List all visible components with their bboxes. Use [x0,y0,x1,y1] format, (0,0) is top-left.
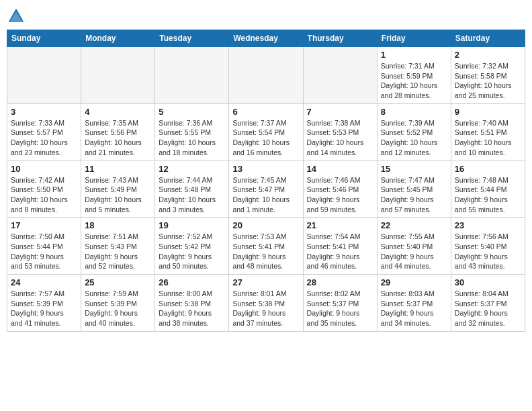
day-info: Sunrise: 7:57 AM Sunset: 5:39 PM Dayligh… [11,289,77,328]
calendar-cell: 12Sunrise: 7:44 AM Sunset: 5:48 PM Dayli… [155,161,229,218]
calendar-cell: 25Sunrise: 7:59 AM Sunset: 5:39 PM Dayli… [81,275,155,332]
calendar-cell: 24Sunrise: 7:57 AM Sunset: 5:39 PM Dayli… [7,275,81,332]
day-info: Sunrise: 7:43 AM Sunset: 5:49 PM Dayligh… [85,175,151,215]
day-info: Sunrise: 7:50 AM Sunset: 5:44 PM Dayligh… [11,232,77,271]
day-number: 23 [455,220,521,230]
calendar-cell: 18Sunrise: 7:51 AM Sunset: 5:43 PM Dayli… [81,218,155,275]
day-info: Sunrise: 7:38 AM Sunset: 5:53 PM Dayligh… [307,118,373,158]
calendar-cell: 23Sunrise: 7:56 AM Sunset: 5:40 PM Dayli… [451,218,525,275]
calendar-cell [155,47,229,104]
calendar-cell: 6Sunrise: 7:37 AM Sunset: 5:54 PM Daylig… [229,103,303,161]
calendar: SundayMondayTuesdayWednesdayThursdayFrid… [7,30,525,332]
calendar-cell: 9Sunrise: 7:40 AM Sunset: 5:51 PM Daylig… [451,103,525,161]
calendar-header-friday: Friday [377,30,451,47]
calendar-cell: 1Sunrise: 7:31 AM Sunset: 5:59 PM Daylig… [377,47,451,104]
calendar-cell: 22Sunrise: 7:55 AM Sunset: 5:40 PM Dayli… [377,218,451,275]
calendar-cell: 3Sunrise: 7:33 AM Sunset: 5:57 PM Daylig… [7,103,81,161]
day-info: Sunrise: 7:39 AM Sunset: 5:52 PM Dayligh… [381,118,447,158]
calendar-header-sunday: Sunday [7,30,81,47]
day-number: 7 [307,107,373,117]
day-info: Sunrise: 7:59 AM Sunset: 5:39 PM Dayligh… [85,289,151,328]
day-number: 18 [85,220,151,230]
calendar-cell [81,47,155,104]
day-number: 24 [11,277,77,287]
day-number: 20 [232,220,299,230]
calendar-cell: 17Sunrise: 7:50 AM Sunset: 5:44 PM Dayli… [7,218,81,275]
day-number: 10 [11,164,77,174]
day-number: 22 [381,220,447,230]
day-number: 25 [85,277,151,287]
day-number: 13 [232,164,299,174]
day-number: 6 [232,107,299,117]
day-number: 28 [307,277,373,287]
day-number: 5 [159,107,225,117]
calendar-cell: 5Sunrise: 7:36 AM Sunset: 5:55 PM Daylig… [155,103,229,161]
day-info: Sunrise: 7:36 AM Sunset: 5:55 PM Dayligh… [159,118,225,158]
calendar-cell [303,47,377,104]
calendar-cell: 29Sunrise: 8:03 AM Sunset: 5:37 PM Dayli… [377,275,451,332]
calendar-cell: 20Sunrise: 7:53 AM Sunset: 5:41 PM Dayli… [229,218,303,275]
day-number: 3 [11,107,77,117]
calendar-cell: 19Sunrise: 7:52 AM Sunset: 5:42 PM Dayli… [155,218,229,275]
day-info: Sunrise: 7:52 AM Sunset: 5:42 PM Dayligh… [159,232,225,271]
calendar-cell: 27Sunrise: 8:01 AM Sunset: 5:38 PM Dayli… [229,275,303,332]
calendar-week-5: 24Sunrise: 7:57 AM Sunset: 5:39 PM Dayli… [7,275,525,332]
day-info: Sunrise: 8:01 AM Sunset: 5:38 PM Dayligh… [232,289,299,328]
day-info: Sunrise: 7:51 AM Sunset: 5:43 PM Dayligh… [85,232,151,271]
day-number: 16 [455,164,521,174]
day-info: Sunrise: 7:47 AM Sunset: 5:45 PM Dayligh… [381,175,447,215]
calendar-header-saturday: Saturday [451,30,525,47]
calendar-cell: 28Sunrise: 8:02 AM Sunset: 5:37 PM Dayli… [303,275,377,332]
day-info: Sunrise: 7:54 AM Sunset: 5:41 PM Dayligh… [307,232,373,271]
day-info: Sunrise: 8:00 AM Sunset: 5:38 PM Dayligh… [159,289,225,328]
day-info: Sunrise: 7:46 AM Sunset: 5:46 PM Dayligh… [307,175,373,215]
day-number: 26 [159,277,225,287]
logo-icon [7,7,26,26]
day-number: 9 [455,107,521,117]
day-number: 12 [159,164,225,174]
day-number: 17 [11,220,77,230]
day-number: 27 [232,277,299,287]
day-number: 29 [381,277,447,287]
day-info: Sunrise: 7:31 AM Sunset: 5:59 PM Dayligh… [381,61,447,101]
calendar-header-tuesday: Tuesday [155,30,229,47]
calendar-week-1: 1Sunrise: 7:31 AM Sunset: 5:59 PM Daylig… [7,47,525,104]
page-header [7,7,525,26]
calendar-cell: 30Sunrise: 8:04 AM Sunset: 5:37 PM Dayli… [451,275,525,332]
calendar-cell: 21Sunrise: 7:54 AM Sunset: 5:41 PM Dayli… [303,218,377,275]
calendar-cell [229,47,303,104]
calendar-header-wednesday: Wednesday [229,30,303,47]
calendar-cell [7,47,81,104]
calendar-cell: 14Sunrise: 7:46 AM Sunset: 5:46 PM Dayli… [303,161,377,218]
calendar-cell: 7Sunrise: 7:38 AM Sunset: 5:53 PM Daylig… [303,103,377,161]
day-info: Sunrise: 7:56 AM Sunset: 5:40 PM Dayligh… [455,232,521,271]
day-number: 15 [381,164,447,174]
calendar-header-monday: Monday [81,30,155,47]
day-info: Sunrise: 7:42 AM Sunset: 5:50 PM Dayligh… [11,175,77,215]
calendar-cell: 4Sunrise: 7:35 AM Sunset: 5:56 PM Daylig… [81,103,155,161]
day-number: 2 [455,50,521,60]
calendar-week-2: 3Sunrise: 7:33 AM Sunset: 5:57 PM Daylig… [7,103,525,161]
logo [7,7,28,26]
day-number: 14 [307,164,373,174]
day-number: 1 [381,50,447,60]
day-number: 30 [455,277,521,287]
day-info: Sunrise: 7:44 AM Sunset: 5:48 PM Dayligh… [159,175,225,215]
day-info: Sunrise: 7:40 AM Sunset: 5:51 PM Dayligh… [455,118,521,158]
day-number: 21 [307,220,373,230]
calendar-cell: 13Sunrise: 7:45 AM Sunset: 5:47 PM Dayli… [229,161,303,218]
calendar-header-thursday: Thursday [303,30,377,47]
day-number: 19 [159,220,225,230]
day-info: Sunrise: 7:32 AM Sunset: 5:58 PM Dayligh… [455,61,521,101]
day-info: Sunrise: 8:02 AM Sunset: 5:37 PM Dayligh… [307,289,373,328]
calendar-header-row: SundayMondayTuesdayWednesdayThursdayFrid… [7,30,525,47]
day-info: Sunrise: 7:55 AM Sunset: 5:40 PM Dayligh… [381,232,447,271]
calendar-cell: 26Sunrise: 8:00 AM Sunset: 5:38 PM Dayli… [155,275,229,332]
day-number: 11 [85,164,151,174]
day-number: 4 [85,107,151,117]
day-info: Sunrise: 8:03 AM Sunset: 5:37 PM Dayligh… [381,289,447,328]
calendar-week-3: 10Sunrise: 7:42 AM Sunset: 5:50 PM Dayli… [7,161,525,218]
calendar-cell: 8Sunrise: 7:39 AM Sunset: 5:52 PM Daylig… [377,103,451,161]
day-number: 8 [381,107,447,117]
calendar-cell: 2Sunrise: 7:32 AM Sunset: 5:58 PM Daylig… [451,47,525,104]
